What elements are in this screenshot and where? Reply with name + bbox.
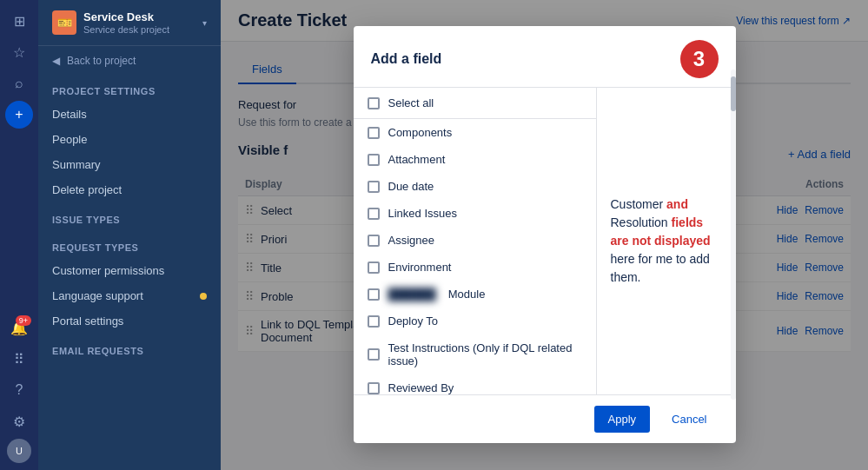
summary-label: Summary	[52, 158, 101, 171]
deploy-to-checkbox[interactable]	[368, 315, 380, 328]
modal-header: Add a field 3	[354, 26, 736, 88]
customer-permissions-label: Customer permissions	[52, 264, 164, 277]
modal-footer: Apply Cancel	[354, 394, 736, 443]
nav-bar: ⊞ ☆ ⌕ + 🔔 9+ ⠿ ? ⚙ U	[0, 0, 38, 470]
nav-star-icon[interactable]: ☆	[5, 38, 33, 66]
back-label: Back to project	[67, 55, 136, 67]
project-settings-section: Project settings	[38, 76, 221, 102]
field-item[interactable]: Reviewed By	[354, 374, 596, 394]
due-date-label: Due date	[388, 180, 434, 193]
back-to-project-button[interactable]: ◀ Back to project	[38, 46, 221, 76]
modal-title: Add a field	[371, 51, 442, 67]
nav-settings-icon[interactable]: ⚙	[5, 407, 33, 435]
nav-apps-icon[interactable]: ⠿	[5, 345, 33, 373]
environment-label: Environment	[388, 261, 452, 274]
apply-button[interactable]: Apply	[594, 406, 651, 433]
scrollbar-track	[731, 88, 736, 394]
note-and: and	[666, 197, 688, 211]
field-item[interactable]: Assignee	[354, 227, 596, 254]
main-content: Create Ticket View this request form ↗ F…	[221, 0, 868, 470]
field-item[interactable]: Environment	[354, 254, 596, 281]
sidebar-header[interactable]: 🎫 Service Desk Service desk project ▾	[38, 0, 221, 46]
linked-issues-checkbox[interactable]	[368, 208, 380, 220]
issue-types-section: Issue types	[38, 202, 221, 230]
project-logo-icon: 🎫	[52, 10, 76, 35]
project-type: Service desk project	[83, 24, 169, 35]
field-item[interactable]: Attachment	[354, 146, 596, 173]
delete-project-label: Delete project	[52, 183, 122, 196]
components-checkbox[interactable]	[368, 127, 380, 139]
attachment-checkbox[interactable]	[368, 154, 380, 166]
sidebar-item-details[interactable]: Details	[38, 102, 221, 127]
modal-overlay[interactable]: Add a field 3 Select all Components A	[221, 0, 868, 470]
select-all-row[interactable]: Select all	[354, 88, 596, 119]
assignee-checkbox[interactable]	[368, 235, 380, 247]
project-name: Service Desk	[83, 10, 169, 24]
nav-help-icon[interactable]: ?	[5, 376, 33, 404]
select-all-label: Select all	[388, 96, 434, 109]
field-item[interactable]: Linked Issues	[354, 200, 596, 227]
sidebar-item-language-support[interactable]: Language support	[38, 283, 221, 308]
scrollbar-thumb[interactable]	[731, 88, 736, 111]
assignee-label: Assignee	[388, 234, 434, 247]
components-label: Components	[388, 126, 453, 139]
note-customer: Customer	[611, 197, 667, 211]
people-label: People	[52, 133, 87, 146]
field-item[interactable]: Due date	[354, 173, 596, 200]
sidebar-item-summary[interactable]: Summary	[38, 152, 221, 177]
sidebar: 🎫 Service Desk Service desk project ▾ ◀ …	[38, 0, 221, 470]
email-requests-section: Email requests	[38, 334, 221, 361]
field-item[interactable]: ██████ Module	[354, 281, 596, 308]
reviewed-by-checkbox[interactable]	[368, 382, 380, 394]
details-label: Details	[52, 108, 87, 121]
add-field-modal: Add a field 3 Select all Components A	[354, 26, 736, 443]
sidebar-chevron-icon: ▾	[202, 18, 207, 28]
module-label: ██████	[388, 288, 436, 301]
select-all-checkbox[interactable]	[368, 97, 380, 109]
note-text: Customer and Resolution fields are not d…	[611, 195, 722, 287]
request-types-section: Request types	[38, 230, 221, 258]
bell-badge: 9+	[16, 315, 31, 326]
modal-note: Customer and Resolution fields are not d…	[597, 88, 736, 394]
note-suffix: here for me to add them.	[611, 252, 710, 284]
sidebar-item-people[interactable]: People	[38, 127, 221, 152]
attachment-label: Attachment	[388, 153, 446, 166]
note-resolution: Resolution	[611, 215, 672, 229]
sidebar-item-customer-permissions[interactable]: Customer permissions	[38, 258, 221, 283]
back-icon: ◀	[52, 55, 60, 67]
sidebar-item-delete-project[interactable]: Delete project	[38, 177, 221, 202]
field-item[interactable]: Deploy To	[354, 308, 596, 334]
language-support-label: Language support	[52, 289, 143, 302]
test-instructions-checkbox[interactable]	[368, 348, 380, 361]
user-avatar[interactable]: U	[7, 439, 31, 463]
test-instructions-label: Test Instructions (Only if DQL related i…	[388, 341, 582, 367]
nav-plus-icon[interactable]: +	[5, 101, 33, 129]
module-suffix-label: Module	[448, 288, 486, 301]
field-item[interactable]: Components	[354, 119, 596, 146]
sidebar-item-portal-settings[interactable]: Portal settings	[38, 308, 221, 334]
reviewed-by-label: Reviewed By	[388, 381, 454, 394]
nav-search-icon[interactable]: ⌕	[5, 70, 33, 97]
deploy-to-label: Deploy To	[388, 314, 439, 328]
step-badge: 3	[680, 40, 719, 78]
nav-bell-icon[interactable]: 🔔 9+	[5, 314, 33, 341]
nav-grid-icon[interactable]: ⊞	[5, 7, 33, 35]
linked-issues-label: Linked Issues	[388, 207, 458, 220]
due-date-checkbox[interactable]	[368, 181, 380, 193]
module-checkbox[interactable]	[368, 288, 380, 301]
modal-scrollbar[interactable]	[731, 88, 736, 394]
environment-checkbox[interactable]	[368, 261, 380, 274]
cancel-button[interactable]: Cancel	[657, 406, 721, 433]
field-list: Select all Components Attachment Due dat…	[354, 88, 597, 394]
portal-settings-label: Portal settings	[52, 314, 123, 328]
modal-body: Select all Components Attachment Due dat…	[354, 88, 736, 394]
notification-dot	[200, 293, 207, 300]
field-item[interactable]: Test Instructions (Only if DQL related i…	[354, 334, 596, 374]
